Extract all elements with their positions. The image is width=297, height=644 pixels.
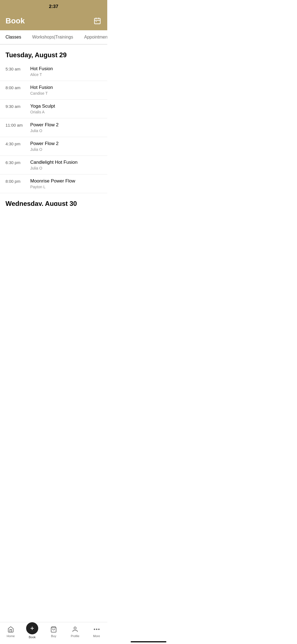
class-info: Yoga Sculpt Orialis A — [30, 103, 102, 114]
class-instructor: Julia O — [30, 166, 102, 170]
tab-classes[interactable]: Classes — [0, 30, 27, 44]
date-section-wednesday: Wednesday, August 30 5:30 am Yoga Flow-C… — [0, 193, 107, 206]
class-name: Power Flow 2 — [30, 141, 102, 146]
class-instructor: Payton L — [30, 185, 102, 189]
class-item[interactable]: 8:00 pm Moonrise Power Flow Payton L — [0, 174, 107, 193]
class-instructor: Julia O — [30, 129, 102, 133]
class-info: Hot Fusion Alice T — [30, 66, 102, 77]
class-time: 8:00 am — [6, 85, 30, 90]
class-time: 4:30 pm — [6, 141, 30, 146]
date-header-tuesday: Tuesday, August 29 — [0, 45, 107, 62]
class-time: 9:30 am — [6, 103, 30, 109]
class-item[interactable]: 6:30 pm Candlelight Hot Fusion Julia O — [0, 156, 107, 174]
class-info: Hot Fusion Candise T — [30, 85, 102, 95]
header-title: Book — [6, 17, 25, 25]
class-info: Moonrise Power Flow Payton L — [30, 178, 102, 189]
class-name: Hot Fusion — [30, 85, 102, 90]
class-instructor: Candise T — [30, 91, 102, 95]
class-name: Moonrise Power Flow — [30, 178, 102, 184]
status-time: 2:37 — [49, 4, 58, 9]
date-section-tuesday: Tuesday, August 29 5:30 am Hot Fusion Al… — [0, 45, 107, 193]
class-name: Candlelight Hot Fusion — [30, 160, 102, 165]
class-info: Power Flow 2 Julia O — [30, 141, 102, 152]
tab-bar: Classes Workshops|Trainings Appointments — [0, 30, 107, 45]
class-time: 8:00 pm — [6, 178, 30, 184]
class-item[interactable]: 4:30 pm Power Flow 2 Julia O — [0, 137, 107, 156]
app-header: Book — [0, 14, 107, 30]
class-item[interactable]: 8:00 am Hot Fusion Candise T — [0, 81, 107, 100]
class-info: Candlelight Hot Fusion Julia O — [30, 160, 102, 170]
main-content: Tuesday, August 29 5:30 am Hot Fusion Al… — [0, 45, 107, 206]
class-time: 5:30 am — [6, 66, 30, 71]
class-name: Yoga Sculpt — [30, 103, 102, 109]
class-instructor: Orialis A — [30, 110, 102, 114]
calendar-icon[interactable] — [93, 17, 102, 25]
class-item[interactable]: 5:30 am Hot Fusion Alice T — [0, 62, 107, 81]
class-instructor: Julia O — [30, 147, 102, 152]
class-name: Power Flow 2 — [30, 122, 102, 128]
tab-appointments[interactable]: Appointments — [79, 30, 107, 44]
class-time: 11:00 am — [6, 122, 30, 127]
date-header-wednesday: Wednesday, August 30 — [0, 193, 107, 206]
svg-rect-0 — [95, 18, 100, 24]
tab-workshops[interactable]: Workshops|Trainings — [27, 30, 79, 44]
class-instructor: Alice T — [30, 72, 102, 77]
class-item[interactable]: 9:30 am Yoga Sculpt Orialis A — [0, 100, 107, 118]
class-info: Power Flow 2 Julia O — [30, 122, 102, 133]
svg-rect-4 — [96, 21, 97, 22]
class-item[interactable]: 11:00 am Power Flow 2 Julia O — [0, 118, 107, 137]
class-name: Hot Fusion — [30, 66, 102, 72]
class-time: 6:30 pm — [6, 160, 30, 165]
status-bar: 2:37 — [0, 0, 107, 14]
